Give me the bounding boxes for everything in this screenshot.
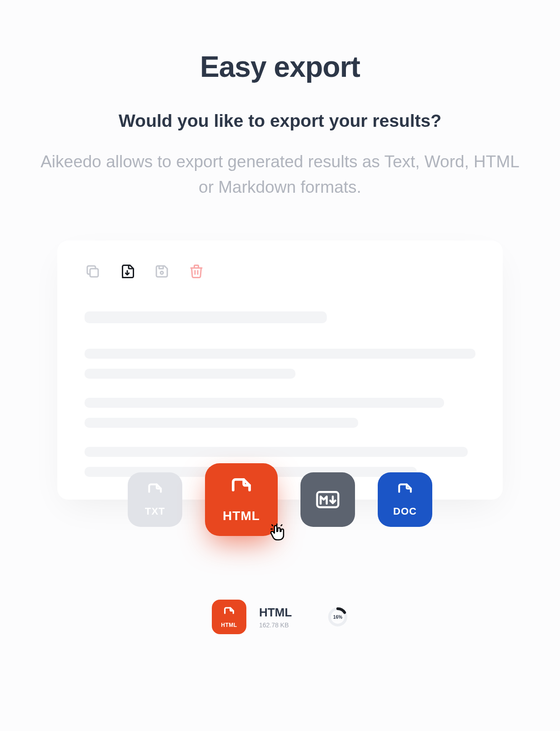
toolbar	[85, 263, 475, 280]
page-title: Easy export	[0, 50, 560, 84]
export-tile-md[interactable]	[300, 472, 355, 527]
skeleton-line	[85, 447, 468, 457]
content-card	[57, 240, 503, 500]
export-tile-txt[interactable]: TXT	[128, 472, 182, 527]
cursor-pointer-icon	[268, 522, 288, 544]
tile-label: TXT	[145, 506, 165, 517]
tile-label: DOC	[393, 506, 417, 517]
page-description: Aikeedo allows to export generated resul…	[35, 149, 525, 200]
skeleton-line	[85, 349, 475, 359]
download-progress-text: 16%	[333, 615, 342, 620]
skeleton-line	[85, 418, 358, 428]
download-file-icon-tile: HTML	[212, 600, 246, 634]
download-file-icon[interactable]	[119, 263, 135, 280]
tile-label: HTML	[223, 509, 260, 523]
skeleton-line	[85, 398, 444, 408]
export-tile-doc[interactable]: DOC	[378, 472, 432, 527]
export-tiles: TXT HTML	[0, 472, 560, 536]
download-file-name: HTML	[259, 606, 292, 620]
copy-icon[interactable]	[85, 263, 101, 280]
page-subtitle: Would you like to export your results?	[0, 111, 560, 131]
mini-tile-label: HTML	[221, 622, 237, 628]
save-icon[interactable]	[154, 263, 170, 280]
download-status: HTML HTML 162.78 KB 16%	[0, 600, 560, 634]
skeleton-line	[85, 311, 327, 323]
skeleton-line	[85, 369, 295, 379]
svg-rect-0	[90, 269, 98, 277]
svg-point-1	[160, 271, 163, 274]
download-file-size: 162.78 KB	[259, 621, 292, 629]
download-progress-ring: 16%	[327, 606, 348, 627]
export-tile-html[interactable]: HTML	[205, 463, 278, 536]
delete-icon[interactable]	[188, 263, 205, 280]
